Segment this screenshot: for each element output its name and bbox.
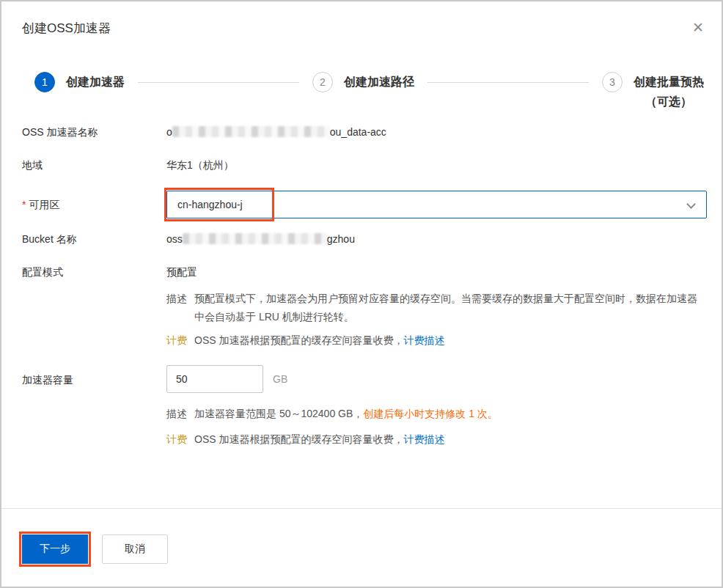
accelerator-form: OSS 加速器名称 oou_data-acc 地域 华东1（杭州） *可用区 c… bbox=[22, 125, 707, 447]
zone-label: *可用区 bbox=[22, 197, 166, 212]
bucket-name-suffix: gzhou bbox=[327, 233, 355, 245]
zone-select[interactable]: cn-hangzhou-j bbox=[166, 191, 707, 218]
step-indicator: 1 创建加速器 2 创建加速路径 3 创建批量预热 （可选） bbox=[34, 72, 704, 111]
capacity-label: 加速器容量 bbox=[22, 365, 166, 447]
step-1-number-badge: 1 bbox=[34, 72, 55, 92]
capacity-input[interactable] bbox=[166, 365, 263, 393]
bucket-label: Bucket 名称 bbox=[22, 232, 166, 246]
step-connector-line bbox=[427, 82, 589, 83]
step-3-number-badge: 3 bbox=[602, 72, 623, 92]
accelerator-name-suffix: ou_data-acc bbox=[330, 126, 386, 138]
step-3-label: 创建批量预热 （可选） bbox=[634, 72, 704, 111]
step-1-label: 创建加速器 bbox=[66, 72, 125, 92]
cancel-button[interactable]: 取消 bbox=[102, 534, 168, 564]
capacity-description-line: 描述 加速器容量范围是 50～102400 GB，创建后每小时支持修改 1 次。 bbox=[166, 405, 707, 423]
next-step-button[interactable]: 下一步 bbox=[22, 534, 88, 564]
create-oss-accelerator-dialog: 创建OSS加速器 ✕ 1 创建加速器 2 创建加速路径 3 创建批量预热 （可选… bbox=[0, 0, 723, 588]
capacity-input-wrap: GB bbox=[166, 365, 707, 393]
capacity-range-text: 加速器容量范围是 50～102400 GB， bbox=[194, 408, 363, 419]
step-3-label-line1: 创建批量预热 bbox=[634, 72, 704, 92]
region-value: 华东1（杭州） bbox=[166, 158, 707, 172]
form-row-capacity: 加速器容量 GB 描述 加速器容量范围是 50～102400 GB，创建后每小时… bbox=[22, 365, 707, 447]
capacity-field-block: GB 描述 加速器容量范围是 50～102400 GB，创建后每小时支持修改 1… bbox=[166, 365, 707, 447]
chevron-down-icon bbox=[686, 199, 696, 209]
bucket-value: ossgzhou bbox=[166, 232, 707, 246]
annotation-highlight-box: 下一步 bbox=[19, 532, 91, 567]
redacted-text-block bbox=[183, 233, 327, 244]
accelerator-name-label: OSS 加速器名称 bbox=[22, 125, 166, 139]
required-asterisk: * bbox=[22, 199, 26, 210]
form-row-region: 地域 华东1（杭州） bbox=[22, 158, 707, 172]
zone-field: cn-hangzhou-j bbox=[166, 191, 707, 218]
step-2-create-acceleration-path: 2 创建加速路径 bbox=[312, 72, 414, 92]
capacity-modify-warning: 创建后每小时支持修改 1 次。 bbox=[363, 408, 498, 419]
billing-description-link[interactable]: 计费描述 bbox=[403, 332, 444, 348]
region-label: 地域 bbox=[22, 158, 166, 172]
step-1-create-accelerator: 1 创建加速器 bbox=[34, 72, 125, 92]
billing-tag: 计费 bbox=[166, 431, 187, 447]
zone-label-text: 可用区 bbox=[29, 199, 59, 210]
config-mode-description-text: 预配置模式下，加速器会为用户预留对应容量的缓存空间。当需要缓存的数据量大于配置空… bbox=[194, 290, 707, 326]
form-row-accelerator-name: OSS 加速器名称 oou_data-acc bbox=[22, 125, 707, 139]
capacity-description-text: 加速器容量范围是 50～102400 GB，创建后每小时支持修改 1 次。 bbox=[194, 405, 707, 423]
bucket-name-prefix: oss bbox=[166, 233, 183, 245]
step-3-label-line2: （可选） bbox=[634, 92, 704, 111]
form-row-zone: *可用区 cn-hangzhou-j bbox=[22, 191, 707, 218]
form-row-bucket: Bucket 名称 ossgzhou bbox=[22, 232, 707, 246]
zone-select-value: cn-hangzhou-j bbox=[177, 197, 243, 212]
capacity-unit: GB bbox=[273, 372, 287, 386]
dialog-footer: 下一步 取消 bbox=[1, 508, 722, 587]
close-icon[interactable]: ✕ bbox=[689, 19, 707, 37]
redacted-text-block bbox=[172, 126, 330, 137]
billing-description-link[interactable]: 计费描述 bbox=[403, 431, 444, 447]
config-mode-description-line: 描述 预配置模式下，加速器会为用户预留对应容量的缓存空间。当需要缓存的数据量大于… bbox=[166, 290, 707, 326]
billing-text: OSS 加速器根据预配置的缓存空间容量收费， bbox=[194, 332, 403, 348]
form-row-config-mode: 配置模式 预配置 描述 预配置模式下，加速器会为用户预留对应容量的缓存空间。当需… bbox=[22, 265, 707, 348]
capacity-billing-line: 计费 OSS 加速器根据预配置的缓存空间容量收费， 计费描述 bbox=[166, 431, 707, 447]
config-mode-value: 预配置 bbox=[166, 265, 707, 279]
step-connector-line bbox=[138, 82, 299, 83]
dialog-title: 创建OSS加速器 bbox=[22, 20, 111, 37]
step-3-create-batch-prewarm: 3 创建批量预热 （可选） bbox=[602, 72, 704, 111]
description-tag: 描述 bbox=[166, 290, 187, 326]
config-mode-billing-line: 计费 OSS 加速器根据预配置的缓存空间容量收费， 计费描述 bbox=[166, 332, 707, 348]
billing-text: OSS 加速器根据预配置的缓存空间容量收费， bbox=[194, 431, 403, 447]
config-mode-label: 配置模式 bbox=[22, 265, 166, 348]
config-mode-value-block: 预配置 描述 预配置模式下，加速器会为用户预留对应容量的缓存空间。当需要缓存的数… bbox=[166, 265, 707, 348]
step-2-label: 创建加速路径 bbox=[344, 72, 414, 92]
step-2-number-badge: 2 bbox=[312, 72, 333, 92]
accelerator-name-prefix: o bbox=[166, 126, 172, 138]
description-tag: 描述 bbox=[166, 405, 187, 423]
billing-tag: 计费 bbox=[166, 332, 187, 348]
accelerator-name-value: oou_data-acc bbox=[166, 125, 707, 139]
